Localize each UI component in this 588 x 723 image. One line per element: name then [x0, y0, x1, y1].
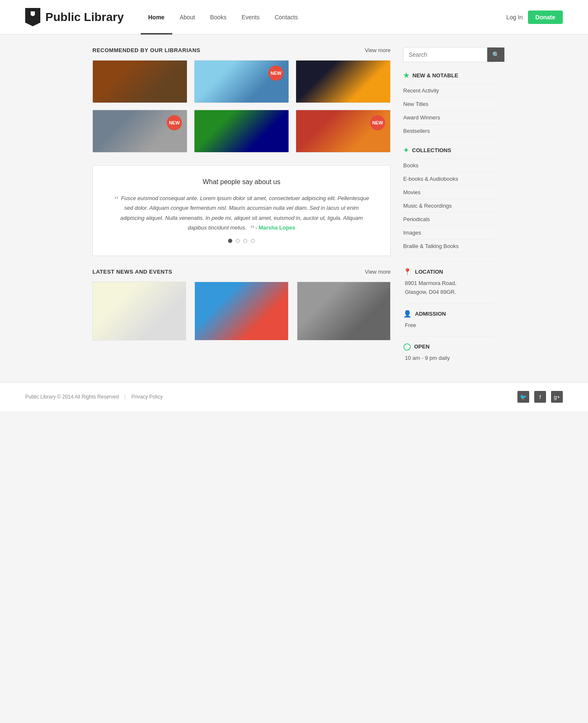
nav-about[interactable]: About: [172, 0, 203, 34]
sidebar-item-braille[interactable]: Braille & Talking Books: [403, 240, 496, 253]
quote-open-icon: “: [114, 194, 118, 207]
open-title: ◯ OPEN: [403, 336, 496, 351]
nav-contacts[interactable]: Contacts: [267, 0, 305, 34]
testimonials-title: What people say about us: [114, 178, 369, 186]
sidebar-item-images[interactable]: Images: [403, 226, 496, 240]
nav-books[interactable]: Books: [202, 0, 234, 34]
testimonial-dot-2[interactable]: [236, 239, 240, 243]
open-text: 10 am - 9 pm daily: [403, 354, 496, 363]
content-area: RECOMMENDED BY OUR LIBRARIANS View more …: [92, 47, 391, 369]
sidebar-item-movies[interactable]: Movies: [403, 186, 496, 199]
book-card[interactable]: Chandra Vancova Vestibulum ante ipsum pr…: [194, 110, 289, 153]
sidebar-item-new-titles[interactable]: New Titles: [403, 98, 496, 111]
nav-home[interactable]: Home: [141, 0, 172, 34]
new-badge: NEW: [167, 115, 182, 130]
sidebar-item-periodicals[interactable]: Periodicals: [403, 213, 496, 226]
news-body: Free Exhibition In pede mi, aliquet sit …: [195, 340, 288, 340]
book-info: Anete Puga Donec in velit vel ipsum auc …: [194, 103, 289, 103]
logo-icon: [25, 8, 40, 26]
location-text: 8901 Marmora Road,Glasgow, D04 89GR.: [403, 279, 496, 297]
privacy-policy-link[interactable]: Privacy Policy: [131, 394, 163, 400]
news-image: [195, 282, 288, 340]
new-notable-title: ★ NEW & NOTABLE: [403, 71, 496, 79]
admission-section: 👤 ADMISSION Free: [403, 303, 496, 330]
header-right: Log In Donate: [507, 11, 563, 24]
book-info: Gloria Mann Suspendisse sollicitudin vel…: [296, 103, 390, 103]
sidebar: 🔍 ★ NEW & NOTABLE Recent Activity New Ti…: [403, 47, 496, 369]
book-card[interactable]: NEW Laura Stegner In faucibus orci luctu…: [92, 110, 187, 153]
login-link[interactable]: Log In: [507, 14, 523, 21]
book-info: Marta Healy Sed in lacus ut enim adipisc…: [93, 103, 187, 103]
search-button[interactable]: 🔍: [487, 47, 504, 62]
footer: Public Library © 2014 All Rights Reserve…: [0, 382, 588, 411]
new-badge: NEW: [370, 115, 385, 130]
news-grid: Exhibition Sed aliquet sit amet, euismod…: [92, 282, 391, 340]
testimonial-author: Marsha Lopes: [259, 224, 295, 231]
book-card[interactable]: Gloria Mann Suspendisse sollicitudin vel…: [296, 60, 391, 103]
footer-left: Public Library © 2014 All Rights Reserve…: [25, 394, 163, 400]
admission-title: 👤 ADMISSION: [403, 303, 496, 318]
news-view-more[interactable]: View more: [365, 269, 391, 275]
clock-icon: ◯: [403, 343, 411, 351]
sidebar-item-bestsellers[interactable]: Bestsellers: [403, 124, 496, 138]
sidebar-item-recent-activity[interactable]: Recent Activity: [403, 84, 496, 98]
sidebar-item-award-winners[interactable]: Award Winners: [403, 111, 496, 124]
logo-text: Public Library: [45, 11, 124, 24]
news-card[interactable]: Exhibition Sed aliquet sit amet, euismod…: [92, 282, 186, 340]
header: Public Library Home About Books Events C…: [0, 0, 588, 34]
testimonial-dot-1[interactable]: [228, 239, 232, 243]
testimonial-dot-3[interactable]: [243, 239, 247, 243]
sidebar-item-books[interactable]: Books: [403, 159, 496, 172]
news-card[interactable]: Free Exhibition In pede mi, aliquet sit …: [194, 282, 288, 340]
book-info: Laura Stegner In faucibus orci luctus et…: [93, 152, 187, 153]
logo: Public Library: [25, 8, 124, 26]
testimonial-dash: -: [255, 224, 259, 231]
search-box: 🔍: [403, 47, 496, 62]
donate-button[interactable]: Donate: [528, 11, 563, 24]
recommended-view-more[interactable]: View more: [365, 47, 391, 53]
news-card[interactable]: Exhibition Mauris accumsan nulla vel dia…: [297, 282, 391, 340]
new-notable-list: Recent Activity New Titles Award Winners…: [403, 84, 496, 138]
book-card[interactable]: NEW Linda Grey Sed in lacus ut enim adip…: [296, 110, 391, 153]
book-info: Linda Grey Sed in lacus ut enim adipisci…: [296, 152, 390, 153]
admission-text: Free: [403, 321, 496, 330]
book-card[interactable]: Marta Healy Sed in lacus ut enim adipisc…: [92, 60, 187, 103]
open-section: ◯ OPEN 10 am - 9 pm daily: [403, 336, 496, 363]
main-nav: Home About Books Events Contacts: [141, 0, 507, 34]
admission-label: ADMISSION: [415, 311, 446, 317]
facebook-icon[interactable]: f: [534, 391, 546, 403]
news-section: LATEST NEWS AND EVENTS View more Exhibit…: [92, 269, 391, 340]
recommended-title: RECOMMENDED BY OUR LIBRARIANS: [92, 47, 200, 53]
location-section: 📍 LOCATION 8901 Marmora Road,Glasgow, D0…: [403, 261, 496, 297]
footer-divider: |: [124, 394, 127, 400]
testimonials-section: What people say about us “ Fusce euismod…: [92, 165, 391, 256]
sidebar-item-music[interactable]: Music & Recordings: [403, 199, 496, 213]
book-grid: Marta Healy Sed in lacus ut enim adipisc…: [92, 60, 391, 153]
book-image: [93, 61, 187, 103]
twitter-icon[interactable]: 🐦: [517, 391, 529, 403]
news-header: LATEST NEWS AND EVENTS View more: [92, 269, 391, 275]
sidebar-item-ebooks[interactable]: E-books & Audiobooks: [403, 172, 496, 186]
book-image: [296, 61, 390, 103]
book-info: Chandra Vancova Vestibulum ante ipsum pr…: [194, 152, 289, 153]
search-input[interactable]: [404, 47, 487, 62]
collections-title: ✦ COLLECTIONS: [403, 146, 496, 154]
recommended-header: RECOMMENDED BY OUR LIBRARIANS View more: [92, 47, 391, 53]
location-icon: 📍: [403, 268, 412, 276]
quote-close-icon: ”: [250, 223, 254, 236]
new-notable-section: ★ NEW & NOTABLE Recent Activity New Titl…: [403, 71, 496, 138]
book-image: [194, 110, 289, 152]
new-badge: NEW: [268, 66, 284, 81]
book-card[interactable]: NEW Anete Puga Donec in velit vel ipsum …: [194, 60, 289, 103]
star-icon: ★: [403, 71, 409, 79]
main-container: RECOMMENDED BY OUR LIBRARIANS View more …: [84, 34, 504, 382]
testimonial-dot-4[interactable]: [251, 239, 255, 243]
googleplus-icon[interactable]: g+: [551, 391, 563, 403]
location-title: 📍 LOCATION: [403, 261, 496, 276]
nav-events[interactable]: Events: [234, 0, 267, 34]
news-body: Exhibition Mauris accumsan nulla vel dia…: [297, 340, 390, 340]
testimonial-dots: [114, 239, 369, 243]
news-image: [297, 282, 390, 340]
news-body: Exhibition Sed aliquet sit amet, euismod…: [93, 340, 186, 340]
news-image: [93, 282, 186, 340]
